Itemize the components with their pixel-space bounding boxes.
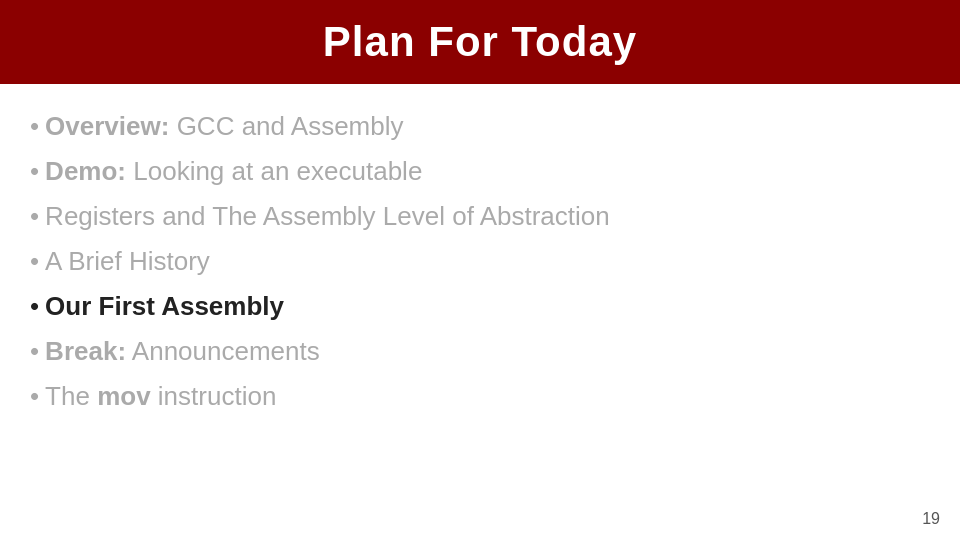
item-body: GCC and Assembly [177, 111, 404, 141]
bullet-icon: • [30, 156, 39, 187]
slide-container: Plan For Today • Overview: GCC and Assem… [0, 0, 960, 540]
item-text: Our First Assembly [45, 291, 284, 322]
page-number: 19 [922, 510, 940, 528]
list-item: • Demo: Looking at an executable [30, 149, 930, 194]
title-bar: Plan For Today [0, 0, 960, 84]
bullet-icon: • [30, 246, 39, 277]
item-text: A Brief History [45, 246, 210, 277]
list-item: • A Brief History [30, 239, 930, 284]
item-text: Registers and The Assembly Level of Abst… [45, 201, 610, 232]
item-label: mov [97, 381, 150, 411]
list-item: • Overview: GCC and Assembly [30, 104, 930, 149]
item-label: Demo: [45, 156, 126, 186]
item-text: Break: Announcements [45, 336, 320, 367]
item-body: Announcements [132, 336, 320, 366]
item-label: Break: [45, 336, 126, 366]
list-item: • The mov instruction [30, 374, 930, 419]
bullet-icon: • [30, 111, 39, 142]
list-item: • Break: Announcements [30, 329, 930, 374]
bullet-icon: • [30, 201, 39, 232]
bullet-list: • Overview: GCC and Assembly • Demo: Loo… [30, 104, 930, 419]
item-text: The mov instruction [45, 381, 276, 412]
list-item-active: • Our First Assembly [30, 284, 930, 329]
item-label: Our First Assembly [45, 291, 284, 321]
item-body: Looking at an executable [133, 156, 422, 186]
slide-title: Plan For Today [20, 18, 940, 66]
bullet-icon: • [30, 336, 39, 367]
bullet-icon: • [30, 291, 39, 322]
item-before: The [45, 381, 97, 411]
item-text: Demo: Looking at an executable [45, 156, 422, 187]
item-label: Overview: [45, 111, 169, 141]
item-after: instruction [158, 381, 277, 411]
item-text: Overview: GCC and Assembly [45, 111, 403, 142]
bullet-icon: • [30, 381, 39, 412]
list-item: • Registers and The Assembly Level of Ab… [30, 194, 930, 239]
content-area: • Overview: GCC and Assembly • Demo: Loo… [0, 84, 960, 439]
